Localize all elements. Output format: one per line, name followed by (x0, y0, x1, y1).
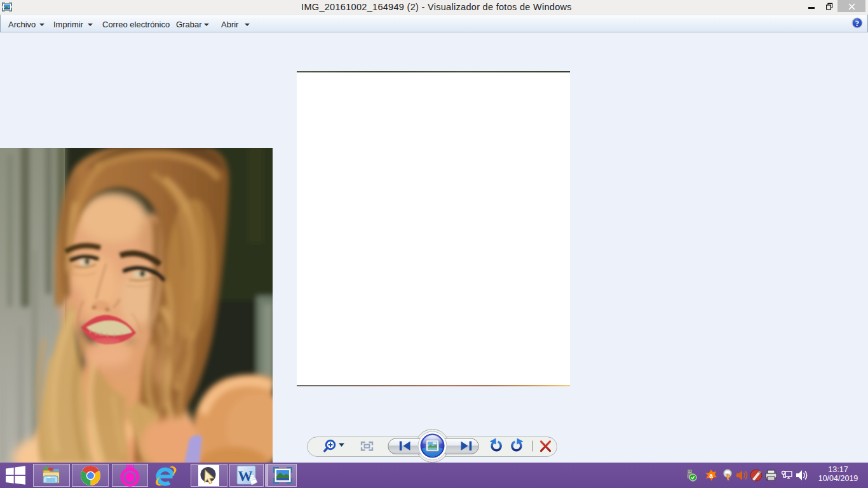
svg-text:?: ? (855, 18, 860, 28)
svg-text:W: W (238, 468, 253, 484)
svg-text:a: a (709, 472, 713, 479)
